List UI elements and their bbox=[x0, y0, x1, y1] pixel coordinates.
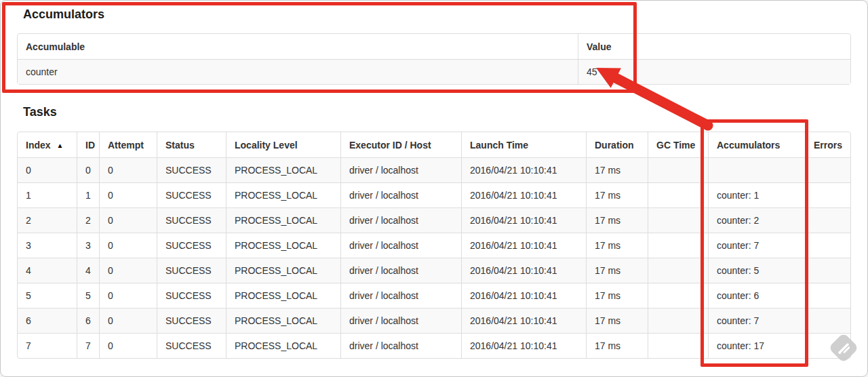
task-cell-errors bbox=[805, 207, 850, 233]
tasks-section-title: Tasks bbox=[23, 104, 850, 119]
task-cell-status: SUCCESS bbox=[157, 283, 226, 308]
task-cell-locality-level: PROCESS_LOCAL bbox=[226, 207, 340, 233]
accumulator-value-cell: 45 bbox=[578, 59, 850, 84]
task-cell-duration: 17 ms bbox=[586, 233, 648, 258]
task-cell-attempt: 0 bbox=[99, 333, 157, 358]
accumulators-section: Accumulators Accumulable Value counter 4… bbox=[17, 7, 850, 85]
task-cell-errors bbox=[805, 283, 850, 308]
task-row: 440SUCCESSPROCESS_LOCALdriver / localhos… bbox=[18, 258, 850, 283]
task-cell-index: 2 bbox=[18, 207, 77, 233]
task-cell-accumulators: counter: 6 bbox=[708, 283, 805, 308]
task-cell-executor-id-host: driver / localhost bbox=[340, 308, 461, 333]
task-cell-accumulators: counter: 7 bbox=[708, 233, 805, 258]
task-cell-attempt: 0 bbox=[99, 308, 157, 333]
task-cell-executor-id-host: driver / localhost bbox=[340, 182, 461, 207]
locality-level-column-header[interactable]: Locality Level bbox=[226, 132, 340, 157]
task-row: 000SUCCESSPROCESS_LOCALdriver / localhos… bbox=[18, 157, 850, 182]
task-cell-gc-time bbox=[648, 233, 708, 258]
task-cell-duration: 17 ms bbox=[586, 207, 648, 233]
task-cell-errors bbox=[805, 182, 850, 207]
task-cell-locality-level: PROCESS_LOCAL bbox=[226, 283, 340, 308]
attempt-column-header[interactable]: Attempt bbox=[99, 132, 157, 157]
task-cell-errors bbox=[805, 308, 850, 333]
task-cell-index: 0 bbox=[18, 157, 77, 182]
task-cell-status: SUCCESS bbox=[157, 233, 226, 258]
task-cell-gc-time bbox=[648, 333, 708, 358]
task-cell-index: 4 bbox=[18, 258, 77, 283]
task-row: 220SUCCESSPROCESS_LOCALdriver / localhos… bbox=[18, 207, 850, 233]
task-cell-duration: 17 ms bbox=[586, 157, 648, 182]
task-cell-accumulators bbox=[708, 157, 805, 182]
task-cell-launch-time: 2016/04/21 10:10:41 bbox=[461, 207, 586, 233]
task-cell-attempt: 0 bbox=[99, 283, 157, 308]
task-row: 330SUCCESSPROCESS_LOCALdriver / localhos… bbox=[18, 233, 850, 258]
tasks-header-row: Index▲ ID Attempt Status Locality Level … bbox=[18, 132, 850, 157]
task-cell-errors bbox=[805, 233, 850, 258]
task-cell-launch-time: 2016/04/21 10:10:41 bbox=[461, 283, 586, 308]
index-column-label: Index bbox=[26, 140, 51, 151]
task-cell-launch-time: 2016/04/21 10:10:41 bbox=[461, 182, 586, 207]
task-cell-id: 1 bbox=[77, 182, 99, 207]
task-row: 660SUCCESSPROCESS_LOCALdriver / localhos… bbox=[18, 308, 850, 333]
task-cell-status: SUCCESS bbox=[157, 333, 226, 358]
errors-column-header[interactable]: Errors bbox=[805, 132, 850, 157]
task-cell-locality-level: PROCESS_LOCAL bbox=[226, 233, 340, 258]
accumulator-row: counter 45 bbox=[18, 59, 850, 84]
task-cell-attempt: 0 bbox=[99, 233, 157, 258]
accumulable-cell: counter bbox=[18, 59, 578, 84]
value-column-header[interactable]: Value bbox=[578, 34, 850, 59]
status-column-header[interactable]: Status bbox=[157, 132, 226, 157]
task-cell-duration: 17 ms bbox=[586, 283, 648, 308]
task-cell-id: 2 bbox=[77, 207, 99, 233]
task-cell-status: SUCCESS bbox=[157, 207, 226, 233]
index-column-header[interactable]: Index▲ bbox=[18, 132, 77, 157]
sort-ascending-icon: ▲ bbox=[57, 142, 64, 149]
accumulable-column-header[interactable]: Accumulable bbox=[18, 34, 578, 59]
task-cell-status: SUCCESS bbox=[157, 258, 226, 283]
task-cell-id: 5 bbox=[77, 283, 99, 308]
task-cell-status: SUCCESS bbox=[157, 308, 226, 333]
task-cell-index: 3 bbox=[18, 233, 77, 258]
task-row: 550SUCCESSPROCESS_LOCALdriver / localhos… bbox=[18, 283, 850, 308]
id-column-header[interactable]: ID bbox=[77, 132, 99, 157]
executor-id-host-column-header[interactable]: Executor ID / Host bbox=[340, 132, 461, 157]
task-cell-gc-time bbox=[648, 207, 708, 233]
task-cell-status: SUCCESS bbox=[157, 182, 226, 207]
task-cell-errors bbox=[805, 258, 850, 283]
task-cell-locality-level: PROCESS_LOCAL bbox=[226, 308, 340, 333]
tasks-table: Index▲ ID Attempt Status Locality Level … bbox=[17, 132, 851, 359]
task-cell-attempt: 0 bbox=[99, 207, 157, 233]
task-cell-locality-level: PROCESS_LOCAL bbox=[226, 182, 340, 207]
page-content: Accumulators Accumulable Value counter 4… bbox=[1, 1, 867, 359]
task-cell-executor-id-host: driver / localhost bbox=[340, 333, 461, 358]
task-cell-attempt: 0 bbox=[99, 258, 157, 283]
task-cell-accumulators: counter: 7 bbox=[708, 308, 805, 333]
task-cell-duration: 17 ms bbox=[586, 258, 648, 283]
tasks-table-body: 000SUCCESSPROCESS_LOCALdriver / localhos… bbox=[18, 157, 850, 358]
task-cell-launch-time: 2016/04/21 10:10:41 bbox=[461, 308, 586, 333]
task-cell-index: 6 bbox=[18, 308, 77, 333]
task-cell-gc-time bbox=[648, 182, 708, 207]
task-cell-accumulators: counter: 1 bbox=[708, 182, 805, 207]
task-row: 770SUCCESSPROCESS_LOCALdriver / localhos… bbox=[18, 333, 850, 358]
launch-time-column-header[interactable]: Launch Time bbox=[461, 132, 586, 157]
task-cell-launch-time: 2016/04/21 10:10:41 bbox=[461, 233, 586, 258]
task-cell-executor-id-host: driver / localhost bbox=[340, 157, 461, 182]
duration-column-header[interactable]: Duration bbox=[586, 132, 648, 157]
task-cell-errors bbox=[805, 333, 850, 358]
gc-time-column-header[interactable]: GC Time bbox=[648, 132, 708, 157]
task-cell-executor-id-host: driver / localhost bbox=[340, 258, 461, 283]
accumulators-column-header[interactable]: Accumulators bbox=[708, 132, 805, 157]
task-cell-locality-level: PROCESS_LOCAL bbox=[226, 258, 340, 283]
task-cell-gc-time bbox=[648, 308, 708, 333]
task-cell-id: 7 bbox=[77, 333, 99, 358]
task-cell-accumulators: counter: 17 bbox=[708, 333, 805, 358]
task-cell-duration: 17 ms bbox=[586, 308, 648, 333]
task-row: 110SUCCESSPROCESS_LOCALdriver / localhos… bbox=[18, 182, 850, 207]
task-cell-duration: 17 ms bbox=[586, 333, 648, 358]
task-cell-index: 1 bbox=[18, 182, 77, 207]
task-cell-locality-level: PROCESS_LOCAL bbox=[226, 333, 340, 358]
task-cell-index: 5 bbox=[18, 283, 77, 308]
task-cell-status: SUCCESS bbox=[157, 157, 226, 182]
tasks-section: Tasks Index▲ ID bbox=[17, 104, 850, 359]
